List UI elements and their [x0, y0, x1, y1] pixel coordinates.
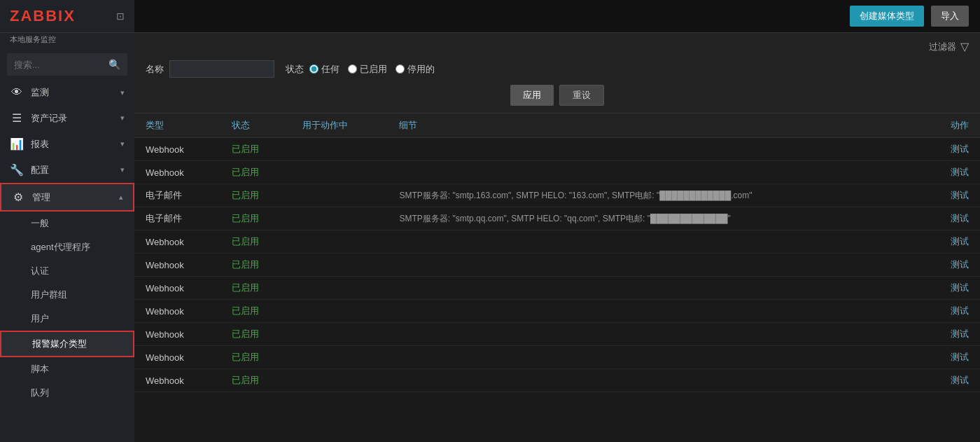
search-input[interactable]	[14, 60, 108, 70]
status-disabled-option[interactable]: 停用的	[396, 63, 435, 76]
filter-top-row: 过滤器 ▽	[146, 40, 969, 53]
filter-bar: 过滤器 ▽ 名称 状态 任何 已启用	[134, 33, 980, 113]
logo-text: ZABBIX	[10, 7, 76, 25]
status-any-option[interactable]: 任何	[309, 63, 340, 76]
top-bar: 创建媒体类型 导入	[134, 0, 980, 33]
col-used-in-actions: 用于动作中	[291, 113, 388, 138]
logo-subtitle: 本地服务监控	[0, 33, 134, 49]
status-badge: 已启用	[232, 375, 259, 385]
row-details	[388, 230, 922, 254]
sidebar-item-usergroups[interactable]: 用户群组	[0, 283, 134, 307]
sidebar-item-general[interactable]: 一般	[0, 212, 134, 235]
sidebar-item-queue[interactable]: 队列	[0, 381, 134, 405]
filter-funnel-icon: ▽	[960, 40, 969, 53]
row-used-in-actions	[291, 184, 388, 207]
row-type: Webhook	[134, 254, 220, 277]
sidebar-item-users[interactable]: 用户	[0, 307, 134, 331]
row-type: Webhook	[134, 277, 220, 300]
sidebar-item-admin-label: 管理	[32, 191, 50, 204]
sidebar-item-monitor[interactable]: 👁 监测 ▾	[0, 80, 134, 105]
row-status: 已启用	[220, 207, 291, 230]
status-badge: 已启用	[232, 329, 259, 339]
status-enabled-option[interactable]: 已启用	[348, 63, 387, 76]
row-status: 已启用	[220, 323, 291, 346]
chevron-down-icon: ▾	[120, 165, 125, 174]
table-row: 电子邮件 已启用 SMTP服务器: "smtp.163.com", SMTP H…	[134, 184, 980, 207]
row-details: SMTP服务器: "smtp.163.com", SMTP HELO: "163…	[388, 184, 922, 207]
row-used-in-actions	[291, 277, 388, 300]
name-filter-input[interactable]	[169, 60, 274, 78]
row-status: 已启用	[220, 300, 291, 323]
expand-icon[interactable]: ⊡	[116, 11, 125, 22]
search-icon[interactable]: 🔍	[108, 59, 120, 70]
test-action-link[interactable]: 测试	[922, 230, 980, 254]
chevron-down-icon: ▾	[120, 139, 125, 149]
test-action-link[interactable]: 测试	[922, 346, 980, 369]
row-status: 已启用	[220, 161, 291, 184]
monitor-icon: 👁	[10, 86, 24, 99]
sidebar-item-config[interactable]: 🔧 配置 ▾	[0, 157, 134, 183]
test-action-link[interactable]: 测试	[922, 369, 980, 392]
table-row: Webhook 已启用 测试	[134, 230, 980, 254]
test-action-link[interactable]: 测试	[922, 207, 980, 230]
filter-fields-row: 名称 状态 任何 已启用 停用的	[146, 60, 969, 78]
col-details: 细节	[388, 113, 922, 138]
test-action-link[interactable]: 测试	[922, 161, 980, 184]
col-actions: 动作	[922, 113, 980, 138]
sidebar-item-reports-label: 报表	[31, 138, 49, 151]
sidebar-item-config-label: 配置	[31, 164, 49, 177]
create-media-type-button[interactable]: 创建媒体类型	[850, 6, 924, 27]
row-type: 电子邮件	[134, 207, 220, 230]
import-button[interactable]: 导入	[931, 6, 969, 27]
logo-area: ZABBIX ⊡	[0, 0, 134, 33]
status-enabled-radio[interactable]	[348, 64, 357, 74]
row-used-in-actions	[291, 369, 388, 392]
row-type: Webhook	[134, 161, 220, 184]
sidebar-item-scripts[interactable]: 脚本	[0, 357, 134, 381]
table-body: Webhook 已启用 测试 Webhook 已启用 测试 电子邮件 已启用 S…	[134, 138, 980, 392]
row-used-in-actions	[291, 138, 388, 161]
search-bar: 🔍	[7, 53, 127, 76]
status-badge: 已启用	[232, 190, 259, 200]
status-disabled-radio[interactable]	[396, 64, 405, 74]
table-row: Webhook 已启用 测试	[134, 277, 980, 300]
col-type[interactable]: 类型	[134, 113, 220, 138]
media-types-table-container[interactable]: 类型 状态 用于动作中 细节 动作 Webhook 已启用 测试 Webhook…	[134, 113, 980, 442]
table-row: 电子邮件 已启用 SMTP服务器: "smtp.qq.com", SMTP HE…	[134, 207, 980, 230]
row-type: Webhook	[134, 138, 220, 161]
status-any-radio[interactable]	[309, 64, 318, 74]
row-details	[388, 277, 922, 300]
row-status: 已启用	[220, 346, 291, 369]
row-details: SMTP服务器: "smtp.qq.com", SMTP HELO: "qq.c…	[388, 207, 922, 230]
test-action-link[interactable]: 测试	[922, 323, 980, 346]
row-status: 已启用	[220, 230, 291, 254]
chevron-down-icon: ▾	[120, 113, 125, 123]
sidebar-item-assets[interactable]: ☰ 资产记录 ▾	[0, 105, 134, 131]
row-details	[388, 323, 922, 346]
test-action-link[interactable]: 测试	[922, 138, 980, 161]
apply-button[interactable]: 应用	[510, 85, 554, 106]
reset-button[interactable]: 重设	[559, 85, 604, 106]
chevron-up-icon: ▴	[119, 193, 123, 202]
sidebar-item-agent[interactable]: agent代理程序	[0, 235, 134, 259]
sidebar-item-auth[interactable]: 认证	[0, 259, 134, 283]
test-action-link[interactable]: 测试	[922, 254, 980, 277]
row-details	[388, 254, 922, 277]
admin-sub-menu: 一般 agent代理程序 认证 用户群组 用户 报警媒介类型 脚本 队列	[0, 212, 134, 405]
status-badge: 已启用	[232, 144, 259, 154]
test-action-link[interactable]: 测试	[922, 184, 980, 207]
status-badge: 已启用	[232, 259, 259, 270]
test-action-link[interactable]: 测试	[922, 300, 980, 323]
status-badge: 已启用	[232, 236, 259, 247]
row-details	[388, 369, 922, 392]
test-action-link[interactable]: 测试	[922, 277, 980, 300]
sidebar-item-reports[interactable]: 📊 报表 ▾	[0, 131, 134, 157]
status-badge: 已启用	[232, 167, 259, 177]
table-row: Webhook 已启用 测试	[134, 254, 980, 277]
row-status: 已启用	[220, 369, 291, 392]
sidebar-item-media-types[interactable]: 报警媒介类型	[0, 331, 134, 357]
table-header-row: 类型 状态 用于动作中 细节 动作	[134, 113, 980, 138]
sidebar-item-admin[interactable]: ⚙ 管理 ▴	[0, 183, 134, 212]
admin-icon: ⚙	[11, 191, 25, 204]
row-used-in-actions	[291, 323, 388, 346]
